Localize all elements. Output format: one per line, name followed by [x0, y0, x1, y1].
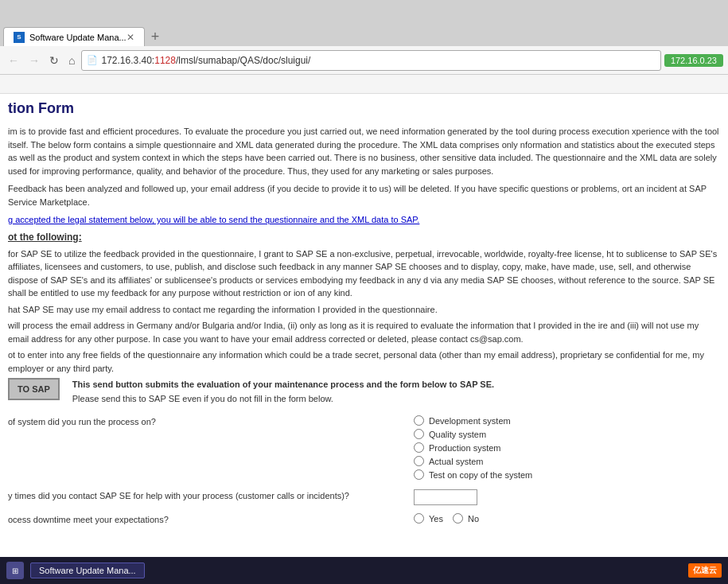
radio-production-label: Production system — [429, 443, 500, 453]
watermark: 亿速云 — [688, 563, 722, 578]
submit-note-line2: Please send this to SAP SE even if you d… — [72, 394, 333, 403]
title-bar — [0, 0, 728, 22]
legal-text-3: will process the email address in German… — [8, 319, 720, 345]
page-title: tion Form — [8, 100, 720, 117]
tab-favicon: S — [14, 32, 25, 43]
legal-text-2: hat SAP SE may use my email address to c… — [8, 303, 720, 317]
radio-production-input[interactable] — [414, 442, 424, 453]
start-icon[interactable]: ⊞ — [6, 562, 24, 579]
submit-button[interactable]: TO SAP — [8, 378, 60, 400]
question-system-type: of system did you run the process on? De… — [8, 415, 720, 480]
back-button[interactable]: ← — [5, 53, 22, 68]
bookmark-bar — [0, 75, 728, 94]
intro-paragraph: im is to provide fast and efficient proc… — [8, 125, 720, 177]
question-contact-count: y times did you contact SAP SE for help … — [8, 489, 720, 505]
ip-display: 172.16.0.23 — [664, 54, 723, 67]
submit-note-line1: This send button submits the evaluation … — [72, 380, 494, 389]
q4-label: ocess downtime meet your expectations? — [8, 513, 414, 524]
q3-answer — [414, 489, 477, 505]
question-downtime: ocess downtime meet your expectations? Y… — [8, 513, 720, 524]
right-controls: 172.16.0.23 — [664, 54, 723, 67]
url-path: /lmsl/sumabap/QAS/doc/sluigui/ — [176, 55, 310, 66]
radio-no[interactable]: No — [453, 513, 479, 524]
url-port: 1128 — [154, 55, 176, 66]
contact-count-input[interactable] — [414, 489, 477, 505]
radio-yes-label: Yes — [429, 514, 443, 524]
radio-development[interactable]: Development system — [414, 415, 532, 426]
radio-no-input[interactable] — [453, 513, 463, 524]
tab-bar: S Software Update Mana... ✕ + — [0, 22, 728, 46]
radio-test-copy-label: Test on copy of the system — [429, 470, 532, 480]
radio-yes[interactable]: Yes — [414, 513, 443, 524]
q1-answer: Development system Quality system Produc… — [414, 415, 532, 480]
legal-link[interactable]: g accepted the legal statement below, yo… — [8, 215, 419, 224]
radio-test-copy-input[interactable] — [414, 469, 424, 480]
tab-close-button[interactable]: ✕ — [127, 32, 134, 43]
page-content: tion Form im is to provide fast and effi… — [0, 94, 728, 557]
radio-quality[interactable]: Quality system — [414, 429, 532, 439]
section-header: ot the following: — [8, 232, 720, 243]
radio-actual[interactable]: Actual system — [414, 456, 532, 466]
q3-label: y times did you contact SAP SE for help … — [8, 489, 414, 500]
url-display: 172.16.3.40:1128/lmsl/sumabap/QAS/doc/sl… — [101, 55, 655, 66]
taskbar-right: 亿速云 — [688, 563, 722, 578]
feedback-note: Feedback has been analyzed and followed … — [8, 182, 720, 208]
legal-text-4: ot to enter into any free fields of the … — [8, 348, 720, 375]
radio-actual-input[interactable] — [414, 456, 424, 466]
q4-answer: Yes No — [414, 513, 479, 524]
submit-note: This send button submits the evaluation … — [72, 378, 494, 406]
radio-quality-label: Quality system — [429, 430, 486, 439]
nav-bar: ← → ↻ ⌂ 📄 172.16.3.40:1128/lmsl/sumabap/… — [0, 46, 728, 75]
legal-link-text[interactable]: g accepted the legal statement below, yo… — [8, 213, 720, 227]
radio-quality-input[interactable] — [414, 429, 424, 439]
radio-production[interactable]: Production system — [414, 442, 532, 453]
legal-text-1: for SAP SE to utilize the feedback provi… — [8, 247, 720, 300]
reload-button[interactable]: ↻ — [46, 53, 62, 68]
new-tab-button[interactable]: + — [145, 27, 166, 46]
page-icon: 📄 — [87, 55, 98, 65]
radio-development-label: Development system — [429, 416, 511, 426]
form-questions: of system did you run the process on? De… — [8, 415, 720, 524]
taskbar: ⊞ Software Update Mana... 亿速云 — [0, 557, 728, 584]
radio-yes-input[interactable] — [414, 513, 424, 524]
forward-button[interactable]: → — [25, 53, 43, 68]
address-bar[interactable]: 📄 172.16.3.40:1128/lmsl/sumabap/QAS/doc/… — [81, 50, 660, 71]
radio-actual-label: Actual system — [429, 457, 483, 466]
submit-row: TO SAP This send button submits the eval… — [8, 378, 720, 406]
q1-label: of system did you run the process on? — [8, 415, 414, 426]
radio-development-input[interactable] — [414, 415, 424, 426]
radio-test-copy[interactable]: Test on copy of the system — [414, 469, 532, 480]
active-tab[interactable]: S Software Update Mana... ✕ — [3, 27, 145, 46]
home-button[interactable]: ⌂ — [65, 53, 78, 68]
taskbar-app[interactable]: Software Update Mana... — [30, 563, 145, 578]
radio-no-label: No — [468, 514, 479, 524]
tab-label: Software Update Mana... — [29, 33, 127, 42]
url-base: 172.16.3.40: — [101, 55, 154, 66]
